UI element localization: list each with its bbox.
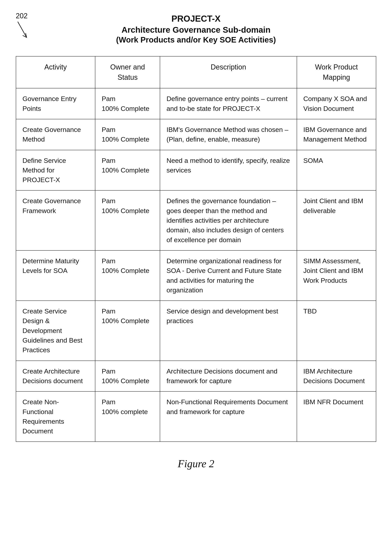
cell-description: Service design and development best prac…: [160, 301, 297, 361]
page-number: 202: [16, 12, 28, 20]
title-line3: (Work Products and/or Key SOE Activities…: [16, 35, 376, 44]
table-row: Create Governance MethodPam100% Complete…: [16, 119, 376, 150]
cell-description: Need a method to identify, specify, real…: [160, 150, 297, 191]
cell-owner: Pam100% Complete: [95, 301, 160, 361]
arrow-decoration: [16, 20, 30, 40]
cell-activity: Create Service Design & Development Guid…: [16, 301, 95, 361]
cell-activity: Create Architecture Decisions document: [16, 361, 95, 392]
cell-activity: Define Service Method for PROJECT-X: [16, 150, 95, 191]
cell-work-product: TBD: [297, 301, 376, 361]
cell-owner: Pam100% Complete: [95, 119, 160, 150]
cell-description: Defines the governance foundation – goes…: [160, 190, 297, 250]
cell-activity: Determine Maturity Levels for SOA: [16, 250, 95, 301]
figure-caption: Figure 2: [16, 458, 376, 470]
table-row: Define Service Method for PROJECT-XPam10…: [16, 150, 376, 191]
cell-work-product: SOMA: [297, 150, 376, 191]
table-row: Determine Maturity Levels for SOAPam100%…: [16, 250, 376, 301]
cell-owner: Pam100% Complete: [95, 150, 160, 191]
governance-table: Activity Owner and Status Description Wo…: [16, 56, 376, 442]
cell-activity: Governance Entry Points: [16, 88, 95, 119]
cell-work-product: Joint Client and IBM deliverable: [297, 190, 376, 250]
cell-work-product: IBM Architecture Decisions Document: [297, 361, 376, 392]
table-row: Create Non-Functional Requirements Docum…: [16, 391, 376, 442]
cell-description: Determine organizational readiness for S…: [160, 250, 297, 301]
col-header-work-product: Work ProductMapping: [297, 56, 376, 88]
cell-work-product: IBM Governance and Management Method: [297, 119, 376, 150]
table-header-row: Activity Owner and Status Description Wo…: [16, 56, 376, 88]
cell-work-product: Company X SOA and Vision Document: [297, 88, 376, 119]
cell-activity: Create Governance Framework: [16, 190, 95, 250]
cell-description: Define governance entry points – current…: [160, 88, 297, 119]
title-line2: Architecture Governance Sub-domain: [16, 25, 376, 35]
cell-owner: Pam100% complete: [95, 391, 160, 442]
cell-work-product: SIMM Assessment, Joint Client and IBM Wo…: [297, 250, 376, 301]
cell-work-product: IBM NFR Document: [297, 391, 376, 442]
page-header: PROJECT-X Architecture Governance Sub-do…: [16, 12, 376, 44]
cell-owner: Pam100% Complete: [95, 88, 160, 119]
col-header-activity: Activity: [16, 56, 95, 88]
table-row: Governance Entry PointsPam100% CompleteD…: [16, 88, 376, 119]
cell-description: Non-Functional Requirements Document and…: [160, 391, 297, 442]
cell-activity: Create Non-Functional Requirements Docum…: [16, 391, 95, 442]
col-header-description: Description: [160, 56, 297, 88]
title-line1: PROJECT-X: [16, 14, 376, 24]
table-row: Create Architecture Decisions documentPa…: [16, 361, 376, 392]
cell-description: Architecture Decisions document and fram…: [160, 361, 297, 392]
table-row: Create Governance FrameworkPam100% Compl…: [16, 190, 376, 250]
cell-owner: Pam100% Complete: [95, 361, 160, 392]
cell-owner: Pam100% Complete: [95, 190, 160, 250]
cell-activity: Create Governance Method: [16, 119, 95, 150]
col-header-owner: Owner and Status: [95, 56, 160, 88]
svg-line-0: [18, 22, 27, 37]
table-row: Create Service Design & Development Guid…: [16, 301, 376, 361]
cell-owner: Pam100% Complete: [95, 250, 160, 301]
cell-description: IBM's Governance Method was chosen – (Pl…: [160, 119, 297, 150]
